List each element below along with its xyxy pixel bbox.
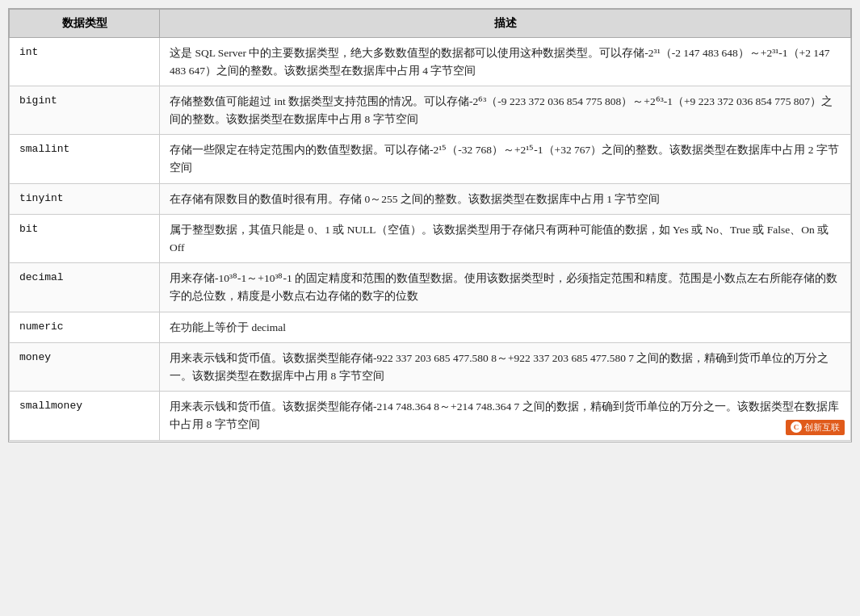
desc-cell: 用来存储-10³⁸-1～+10³⁸-1 的固定精度和范围的数值型数据。使用该数据… xyxy=(160,263,851,312)
table-row: bigint存储整数值可能超过 int 数据类型支持范围的情况。可以存储-2⁶³… xyxy=(10,86,851,135)
brand-watermark: C 创新互联 xyxy=(786,420,845,435)
desc-cell: 用来表示钱和货币值。该数据类型能存储-922 337 203 685 477.5… xyxy=(160,343,851,392)
type-cell: numeric xyxy=(10,312,160,343)
table-row: money用来表示钱和货币值。该数据类型能存储-922 337 203 685 … xyxy=(10,343,851,392)
type-cell: bigint xyxy=(10,86,160,135)
brand-text: 创新互联 xyxy=(804,421,840,434)
table-row: bit属于整型数据，其值只能是 0、1 或 NULL（空值）。该数据类型用于存储… xyxy=(10,215,851,263)
desc-cell: 属于整型数据，其值只能是 0、1 或 NULL（空值）。该数据类型用于存储只有两… xyxy=(160,215,851,263)
type-cell: money xyxy=(10,343,160,392)
main-container: 数据类型 描述 int这是 SQL Server 中的主要数据类型，绝大多数数值… xyxy=(8,8,852,442)
table-row: smallint存储一些限定在特定范围内的数值型数据。可以存储-2¹⁵（-32 … xyxy=(10,135,851,183)
type-cell: smallint xyxy=(10,135,160,183)
type-cell: smallmoney xyxy=(10,392,160,440)
table-row: smallmoney用来表示钱和货币值。该数据类型能存储-214 748.364… xyxy=(10,392,851,440)
table-row: int这是 SQL Server 中的主要数据类型，绝大多数数值型的数据都可以使… xyxy=(10,38,851,86)
header-desc: 描述 xyxy=(160,10,851,38)
type-cell: int xyxy=(10,38,160,86)
desc-cell: 存储整数值可能超过 int 数据类型支持范围的情况。可以存储-2⁶³（-9 22… xyxy=(160,86,851,135)
brand-icon: C xyxy=(791,421,802,433)
desc-cell: 在功能上等价于 decimal xyxy=(160,312,851,343)
type-cell: decimal xyxy=(10,263,160,312)
type-cell: bit xyxy=(10,215,160,263)
table-row: numeric在功能上等价于 decimal xyxy=(10,312,851,343)
header-type: 数据类型 xyxy=(10,10,160,38)
desc-cell: 在存储有限数目的数值时很有用。存储 0～255 之间的整数。该数据类型在数据库中… xyxy=(160,183,851,215)
desc-cell: 这是 SQL Server 中的主要数据类型，绝大多数数值型的数据都可以使用这种… xyxy=(160,38,851,86)
desc-cell: 用来表示钱和货币值。该数据类型能存储-214 748.364 8～+214 74… xyxy=(160,392,851,440)
table-row: tinyint在存储有限数目的数值时很有用。存储 0～255 之间的整数。该数据… xyxy=(10,183,851,215)
data-type-table: 数据类型 描述 int这是 SQL Server 中的主要数据类型，绝大多数数值… xyxy=(9,9,851,441)
desc-cell: 存储一些限定在特定范围内的数值型数据。可以存储-2¹⁵（-32 768）～+2¹… xyxy=(160,135,851,183)
table-row: decimal用来存储-10³⁸-1～+10³⁸-1 的固定精度和范围的数值型数… xyxy=(10,263,851,312)
table-header-row: 数据类型 描述 xyxy=(10,10,851,38)
type-cell: tinyint xyxy=(10,183,160,215)
